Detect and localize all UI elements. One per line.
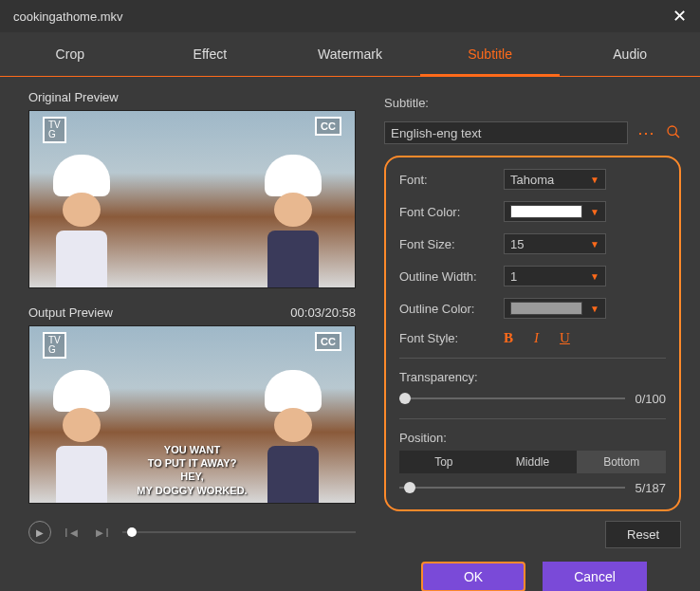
tab-crop[interactable]: Crop [0,32,140,76]
play-button[interactable]: ▶ [28,521,51,544]
dialog-footer: OK Cancel [384,562,681,591]
timecode: 00:03/20:58 [290,305,356,320]
reset-button[interactable]: Reset [605,521,681,548]
italic-button[interactable]: I [534,330,539,346]
bold-button[interactable]: B [504,330,513,346]
outline-color-dropdown[interactable]: ▼ [504,298,606,319]
tab-bar: Crop Effect Watermark Subtitle Audio [0,32,700,77]
font-color-label: Font Color: [399,205,504,219]
transparency-label: Transparency: [399,370,666,384]
cc-badge: CC [315,117,341,136]
font-size-dropdown[interactable]: 15▼ [504,233,606,254]
position-bottom-button[interactable]: Bottom [577,451,666,473]
chevron-down-icon: ▼ [590,271,599,282]
playback-bar: ▶ I◄ ►I [28,521,356,544]
cancel-button[interactable]: Cancel [543,562,647,591]
tab-subtitle[interactable]: Subtitle [420,32,561,76]
position-middle-button[interactable]: Middle [488,451,578,473]
outline-color-swatch [510,302,582,315]
cc-badge: CC [315,332,341,351]
svg-point-0 [668,126,676,135]
position-value: 5/187 [635,481,666,495]
titlebar: cookingathome.mkv ✕ [0,0,700,32]
font-settings-highlight: Font: Tahoma▼ Font Color: ▼ Font Size: 1… [384,156,681,511]
divider [399,358,666,359]
font-size-label: Font Size: [399,237,504,251]
transparency-slider[interactable] [399,397,625,399]
chevron-down-icon: ▼ [590,175,599,185]
chevron-down-icon: ▼ [590,304,599,314]
outline-width-label: Outline Width: [399,269,504,284]
subtitle-track-input[interactable] [384,121,628,144]
chevron-down-icon: ▼ [590,239,599,249]
font-color-swatch [510,205,582,218]
progress-slider[interactable] [122,531,356,533]
tvg-badge: TVG [43,117,66,143]
transparency-value: 0/100 [635,392,666,406]
font-color-dropdown[interactable]: ▼ [504,201,606,222]
tvg-badge: TVG [43,332,66,359]
more-icon[interactable]: ⋯ [637,122,656,143]
font-dropdown[interactable]: Tahoma▼ [504,169,606,190]
svg-line-1 [675,134,679,138]
search-icon[interactable] [666,124,681,142]
prev-frame-button[interactable]: I◄ [64,526,80,540]
preview-column: Original Preview TVG CC Output Preview 0… [28,90,356,591]
original-preview-label: Original Preview [28,90,119,104]
underline-button[interactable]: U [560,330,570,346]
font-label: Font: [399,173,504,187]
font-style-label: Font Style: [399,331,504,345]
chevron-down-icon: ▼ [590,207,599,217]
ok-button[interactable]: OK [421,562,525,591]
subtitle-label: Subtitle: [384,96,429,110]
subtitle-overlay: YOU WANT TO PUT IT AWAY? HEY, MY DOGGY W… [29,443,355,497]
tab-effect[interactable]: Effect [140,32,281,76]
close-icon[interactable]: ✕ [672,6,687,27]
output-preview-label: Output Preview [28,305,113,320]
original-preview: TVG CC [28,110,356,288]
outline-color-label: Outline Color: [399,302,504,316]
outline-width-dropdown[interactable]: 1▼ [504,266,606,286]
position-top-button[interactable]: Top [399,451,488,473]
window-title: cookingathome.mkv [13,9,123,24]
output-preview: TVG CC YOU WANT TO PUT IT AWAY? HEY, MY … [28,325,356,504]
position-buttons: Top Middle Bottom [399,451,666,473]
tab-watermark[interactable]: Watermark [280,32,420,76]
settings-panel: Subtitle: ⋯ Font: Tahoma▼ Font Color: ▼ [384,90,681,591]
position-label: Position: [399,431,666,445]
position-slider[interactable] [399,487,625,489]
divider [399,418,666,419]
tab-audio[interactable]: Audio [560,32,700,76]
next-frame-button[interactable]: ►I [93,526,108,540]
